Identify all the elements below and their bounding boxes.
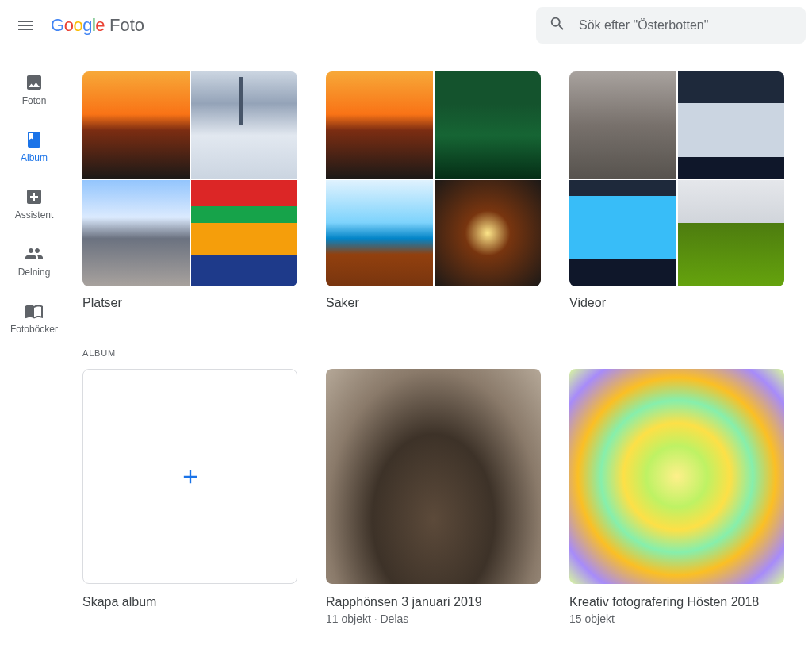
- plus-icon: [179, 466, 201, 488]
- album-meta: 11 objekt · Delas: [326, 612, 541, 625]
- search-icon: [549, 15, 566, 36]
- sidebar-item-photobooks[interactable]: Fotoböcker: [10, 301, 58, 335]
- create-album-box: [82, 369, 297, 584]
- category-row: Platser Saker Videor: [82, 71, 798, 310]
- category-tile: [326, 180, 433, 287]
- category-tile: [326, 71, 433, 179]
- album-card[interactable]: Rapphönsen 3 januari 2019 11 objekt · De…: [326, 369, 541, 625]
- album-meta: 15 objekt: [569, 612, 784, 625]
- sidebar-item-label: Foton: [22, 95, 47, 106]
- category-tile: [678, 180, 785, 287]
- album-card[interactable]: Kreativ fotografering Hösten 2018 15 obj…: [569, 369, 784, 625]
- album-icon: [25, 130, 44, 149]
- assistant-icon: [25, 187, 44, 206]
- category-tile: [82, 71, 190, 179]
- sidebar-item-sharing[interactable]: Delning: [18, 244, 51, 278]
- app-logo[interactable]: Google Foto: [51, 15, 144, 36]
- category-tile: [569, 71, 676, 179]
- album-title: Kreativ fotografering Hösten 2018: [569, 595, 784, 609]
- google-logo-text: Google: [51, 15, 105, 36]
- sidebar-item-label: Assistent: [15, 209, 54, 221]
- photobook-icon: [25, 301, 44, 321]
- sidebar-item-photos[interactable]: Foton: [22, 73, 47, 106]
- category-tile-grid: [82, 71, 297, 286]
- category-card-videos[interactable]: Videor: [569, 71, 784, 310]
- category-label: Platser: [82, 296, 297, 310]
- category-tile-grid: [326, 71, 541, 286]
- app-header: Google Foto: [0, 0, 812, 51]
- category-tile: [435, 180, 542, 287]
- category-card-places[interactable]: Platser: [82, 71, 297, 310]
- create-album-card[interactable]: Skapa album: [82, 369, 297, 625]
- category-card-things[interactable]: Saker: [326, 71, 541, 310]
- album-cover: [326, 369, 541, 584]
- photo-icon: [25, 73, 44, 92]
- sidebar-item-assistant[interactable]: Assistent: [15, 187, 54, 221]
- category-tile: [191, 180, 298, 287]
- sidebar-item-label: Fotoböcker: [10, 324, 58, 335]
- sidebar-item-label: Album: [21, 152, 48, 163]
- category-tile: [82, 180, 190, 287]
- sidebar: Foton Album Assistent Delning Fotoböcker: [0, 51, 68, 645]
- main-layout: Foton Album Assistent Delning Fotoböcker: [0, 51, 812, 645]
- category-tile: [435, 71, 542, 179]
- albums-row: Skapa album Rapphönsen 3 januari 2019 11…: [82, 369, 798, 625]
- sidebar-item-label: Delning: [18, 267, 51, 278]
- category-label: Saker: [326, 296, 541, 310]
- hamburger-icon: [16, 16, 35, 35]
- content-area: Platser Saker Videor: [68, 51, 812, 645]
- sidebar-item-album[interactable]: Album: [21, 130, 48, 163]
- category-tile-grid: [569, 71, 784, 286]
- search-bar[interactable]: [536, 7, 806, 44]
- album-cover: [569, 369, 784, 584]
- search-input[interactable]: [579, 18, 793, 33]
- create-album-label: Skapa album: [82, 595, 297, 609]
- album-title: Rapphönsen 3 januari 2019: [326, 595, 541, 609]
- category-tile: [678, 71, 785, 179]
- category-label: Videor: [569, 296, 784, 310]
- category-tile: [191, 71, 298, 179]
- main-menu-button[interactable]: [6, 6, 44, 44]
- product-name: Foto: [109, 15, 144, 36]
- category-tile: [569, 180, 676, 287]
- album-section-header: ALBUM: [82, 348, 798, 358]
- sharing-icon: [25, 244, 44, 263]
